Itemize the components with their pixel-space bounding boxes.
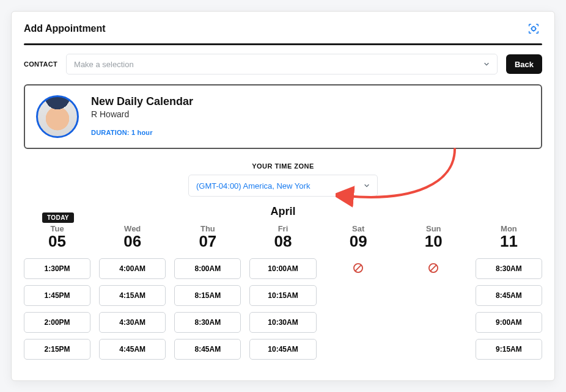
time-slot[interactable]: 8:30AM [476, 258, 542, 279]
chevron-down-icon [483, 61, 490, 67]
time-slot[interactable]: 10:45AM [249, 339, 316, 360]
time-slot[interactable]: 4:15AM [99, 285, 166, 306]
day-number: 10 [400, 232, 467, 251]
time-slot[interactable]: 4:00AM [99, 258, 166, 279]
settings-scan-icon[interactable] [525, 20, 542, 37]
duration-label: DURATION: 1 hour [91, 129, 193, 136]
no-availability-icon [325, 262, 392, 274]
time-slot[interactable]: 4:30AM [99, 312, 166, 333]
svg-line-2 [356, 265, 361, 270]
time-slot[interactable]: 9:00AM [476, 312, 542, 333]
time-slot[interactable]: 8:30AM [174, 312, 241, 333]
no-availability-icon [400, 262, 467, 274]
time-slot[interactable]: 8:45AM [476, 285, 542, 306]
day-column: Sat09 [325, 224, 392, 360]
calendar-owner: R Howard [91, 109, 193, 119]
day-column: TODAYTue051:30PM1:45PM2:00PM2:15PM [24, 224, 90, 360]
time-slot[interactable]: 10:15AM [249, 285, 316, 306]
day-number: 09 [325, 232, 392, 251]
week-grid: TODAYTue051:30PM1:45PM2:00PM2:15PMWed064… [24, 224, 542, 360]
time-slot[interactable]: 10:00AM [249, 258, 316, 279]
svg-line-4 [431, 265, 436, 270]
contact-placeholder: Make a selection [74, 60, 134, 69]
timezone-value: (GMT-04:00) America, New York [196, 181, 310, 191]
contact-label: CONTACT [24, 60, 57, 68]
time-slot[interactable]: 8:00AM [174, 258, 241, 279]
day-column: Mon118:30AM8:45AM9:00AM9:15AM [476, 224, 542, 360]
time-slot[interactable]: 4:45AM [99, 339, 166, 360]
day-number: 07 [174, 232, 241, 251]
day-number: 06 [99, 232, 166, 251]
time-slot[interactable]: 8:45AM [174, 339, 241, 360]
time-slot[interactable]: 1:45PM [24, 285, 90, 306]
day-column: Wed064:00AM4:15AM4:30AM4:45AM [99, 224, 166, 360]
month-label: April [12, 205, 554, 218]
day-column: Sun10 [400, 224, 467, 360]
day-column: Thu078:00AM8:15AM8:30AM8:45AM [174, 224, 241, 360]
day-number: 11 [476, 232, 542, 251]
time-slot[interactable]: 9:15AM [476, 339, 542, 360]
contact-select[interactable]: Make a selection [66, 54, 498, 74]
day-column: Fri0810:00AM10:15AM10:30AM10:45AM [249, 224, 316, 360]
today-badge: TODAY [42, 212, 74, 223]
chevron-down-icon [364, 183, 370, 189]
timezone-label: YOUR TIME ZONE [12, 162, 554, 170]
time-slot[interactable]: 1:30PM [24, 258, 90, 279]
avatar [36, 95, 79, 138]
back-button[interactable]: Back [506, 54, 542, 74]
page-title: Add Appointment [24, 23, 106, 34]
time-slot[interactable]: 10:30AM [249, 312, 316, 333]
calendar-title: New Daily Calendar [91, 95, 193, 108]
day-number: 05 [24, 232, 90, 251]
day-number: 08 [249, 232, 316, 251]
svg-point-0 [532, 27, 535, 31]
time-slot[interactable]: 2:00PM [24, 312, 90, 333]
timezone-select[interactable]: (GMT-04:00) America, New York [188, 175, 378, 197]
time-slot[interactable]: 2:15PM [24, 339, 90, 360]
calendar-summary-card: New Daily Calendar R Howard DURATION: 1 … [24, 84, 542, 149]
time-slot[interactable]: 8:15AM [174, 285, 241, 306]
